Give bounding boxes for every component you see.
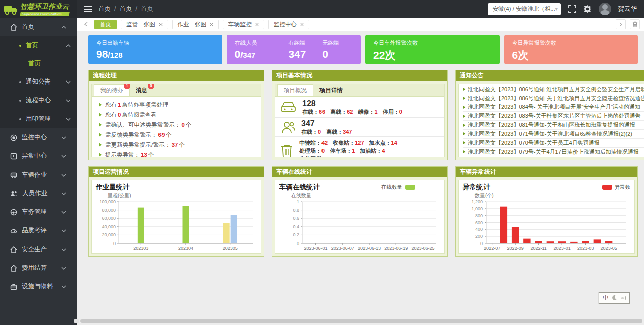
chevron-down-icon	[61, 155, 66, 158]
sidebar-item-safety-production[interactable]: 安全生产	[0, 240, 77, 259]
chart-title: 作业量统计	[96, 183, 130, 192]
process-item[interactable]: 您有0条待阅需查看	[99, 110, 256, 120]
notice-item[interactable]: 淮北同盈文【2023】084号- 关于淮北项目开展“安全生产月”活动的通知	[463, 103, 644, 112]
close-icon[interactable]	[300, 23, 304, 26]
stat-label: 今日车外报警次数	[373, 39, 492, 47]
chevron-down-icon	[61, 136, 66, 139]
stat-number: 0	[321, 148, 325, 154]
stat-number: 347	[343, 129, 352, 135]
tab-messages[interactable]: 消息 0	[130, 85, 153, 96]
stat-number: 62	[347, 109, 353, 115]
breadcrumb-item[interactable]: 首页	[111, 5, 132, 13]
notice-item[interactable]: 淮北同盈文【2023】081号通知-关于相山区班长加班重复提报的通报	[463, 121, 644, 130]
tabs-scroll-left-icon[interactable]	[81, 20, 90, 29]
sidebar-item-process-center[interactable]: 流程中心	[0, 91, 77, 110]
ime-moon-icon[interactable]	[612, 295, 617, 302]
triangle-bullet-icon	[99, 103, 102, 107]
main-content: 今日出勤车辆 98/128 在线人员 0/347 有终端 347 无终端 0 今…	[77, 31, 644, 325]
legend-label: 异常数	[615, 184, 631, 191]
triangle-bullet-icon	[99, 123, 102, 127]
close-icon[interactable]	[159, 23, 163, 26]
sidebar-item-exception-center[interactable]: 异常中心	[0, 147, 77, 166]
sidebar-item-label: 监控中心	[22, 133, 47, 142]
breadcrumb-item[interactable]: 首页	[98, 5, 111, 13]
stat-card-abnormal-alarms-today[interactable]: 今日异常报警次数 6次	[504, 35, 638, 64]
svg-text:800: 800	[475, 213, 483, 218]
settings-gear-icon[interactable]	[583, 5, 592, 13]
chevron-down-icon	[66, 80, 71, 84]
notice-item[interactable]: 淮北同盈文【2023】006号通知-淮北项目五月安全例会暨安全生产月启动会…	[463, 85, 644, 94]
tab-vehicle-monitor[interactable]: 车辆监控	[223, 20, 264, 29]
horizontal-scrollbar[interactable]	[80, 319, 642, 323]
process-item[interactable]: 需确认、可申述类异常警示：0 个	[99, 120, 256, 130]
sidebar-item-personnel-ops[interactable]: 人员作业	[0, 184, 77, 203]
sidebar-submenu-home: 首页 首页 通知公告 流程中心 用印管理	[0, 36, 77, 128]
process-item[interactable]: 提示类异常：13 个	[99, 150, 256, 157]
username[interactable]: 贺云华	[618, 5, 637, 13]
stat-card-personnel-online[interactable]: 在线人员 0/347 有终端 347 无终端 0	[227, 35, 361, 64]
notice-item[interactable]: 淮北同盈文【2023】083号-关于杜集区东片区主管酒后上岗的处罚通告	[463, 112, 644, 121]
gauge-icon	[10, 227, 17, 234]
notice-item[interactable]: 淮北同盈文【2023】071号通知-关于淮北项目6s检查情况通报(2)(2)	[463, 130, 644, 139]
menu-collapse-icon[interactable]	[84, 6, 92, 12]
stat-number: 1	[352, 148, 355, 154]
ime-language-button[interactable]: 中	[603, 294, 609, 302]
svg-text:1,000: 1,000	[471, 206, 483, 211]
chart-title: 车辆在线统计	[279, 183, 320, 192]
sidebar-item-vehicle-ops[interactable]: 车辆作业	[0, 166, 77, 184]
fullscreen-icon[interactable]	[568, 5, 576, 13]
tab-label: 首页	[100, 21, 111, 28]
panels-row-1: 流程处理 我的待办 1 消息 0 您有1条待办事项需处理 您有0条待阅需查看 需…	[88, 70, 638, 160]
item-count: 0	[182, 122, 185, 128]
sidebar-item-home[interactable]: 首页	[0, 18, 77, 36]
stat-number: 0	[399, 109, 403, 115]
close-icon[interactable]	[255, 23, 259, 26]
tab-project-summary[interactable]: 项目概况	[277, 84, 313, 96]
chart-legend[interactable]: 在线数量	[381, 184, 415, 191]
close-all-tabs-trash-icon[interactable]	[630, 19, 640, 29]
sidebar-item-label: 异常中心	[22, 152, 47, 160]
tab-project-details[interactable]: 项目详情	[313, 85, 349, 96]
chart-legend[interactable]: 异常数	[602, 184, 631, 191]
chevron-down-icon	[66, 99, 71, 102]
svg-text:202305: 202305	[223, 246, 238, 251]
tab-home[interactable]: 首页	[94, 20, 117, 29]
process-item[interactable]: 需反馈类异常警示：69 个	[99, 130, 256, 140]
stat-number: 14	[391, 140, 397, 146]
tab-label: 作业一张图	[178, 21, 207, 28]
tab-my-todo[interactable]: 我的待办 1	[94, 84, 130, 96]
sidebar-item-fleet-management[interactable]: 车务管理	[0, 203, 77, 221]
notice-item[interactable]: 淮北同盈文【2023】070号通知-关于员工4月奖罚通报	[463, 139, 644, 148]
ime-keyboard-icon[interactable]	[620, 295, 626, 302]
chevron-down-icon	[61, 174, 66, 177]
sidebar-item-monitor-center[interactable]: 监控中心	[0, 128, 77, 147]
project-vehicles-row: 128 在线：66离线：62维修：1停用：0	[275, 97, 444, 118]
notice-item[interactable]: 淮北同盈文【2023】086号通知-关于淮北项目五月安全隐患检查情况通告	[463, 94, 644, 103]
tab-monitor-center[interactable]: 监控中心	[268, 20, 309, 29]
sidebar-item-facilities-materials[interactable]: 设施与物料	[0, 277, 77, 296]
stat-label: 有终端	[288, 39, 315, 47]
process-item[interactable]: 需更新类异常提示/警示：37 个	[99, 140, 256, 150]
process-item[interactable]: 您有1条待办事项需处理	[99, 100, 256, 110]
close-icon[interactable]	[210, 23, 213, 26]
stat-card-vehicles-today[interactable]: 今日出勤车辆 98/128	[88, 35, 222, 64]
sidebar-item-quality-review[interactable]: 品质考评	[0, 221, 77, 240]
stat-card-vehicle-alarms-today[interactable]: 今日车外报警次数 22次	[365, 35, 500, 64]
message-count-badge: 0	[148, 84, 154, 89]
tab-supervision-map[interactable]: 监管一张图	[121, 20, 168, 29]
tabs-scroll-right-icon[interactable]	[616, 19, 626, 29]
sidebar-item-notices[interactable]: 通知公告	[0, 72, 77, 91]
notice-item[interactable]: 淮北同盈文【2023】079号-关于4月17日油价上涨通知后加油情况通报	[463, 148, 644, 157]
sidebar-item-seal-management[interactable]: 用印管理	[0, 110, 77, 128]
region-select[interactable]: 安徽(4) / 安徽淮北（相... ▾	[488, 3, 561, 15]
sidebar-item-home-page-active[interactable]: 首页	[0, 55, 77, 72]
vehicle-total: 128	[302, 99, 408, 108]
sidebar-item-cost-settlement[interactable]: 费用结算	[0, 259, 77, 277]
vehicle-online-bar-chart: 00.20.40.60.812023-06-012023-06-072023-0…	[279, 199, 440, 251]
sidebar-item-home-sub[interactable]: 首页	[0, 36, 77, 55]
tab-operation-map[interactable]: 作业一张图	[172, 20, 219, 29]
svg-text:1: 1	[297, 199, 299, 204]
user-avatar[interactable]	[599, 3, 611, 15]
tab-label: 监管一张图	[126, 21, 155, 28]
alert-icon	[10, 153, 17, 160]
